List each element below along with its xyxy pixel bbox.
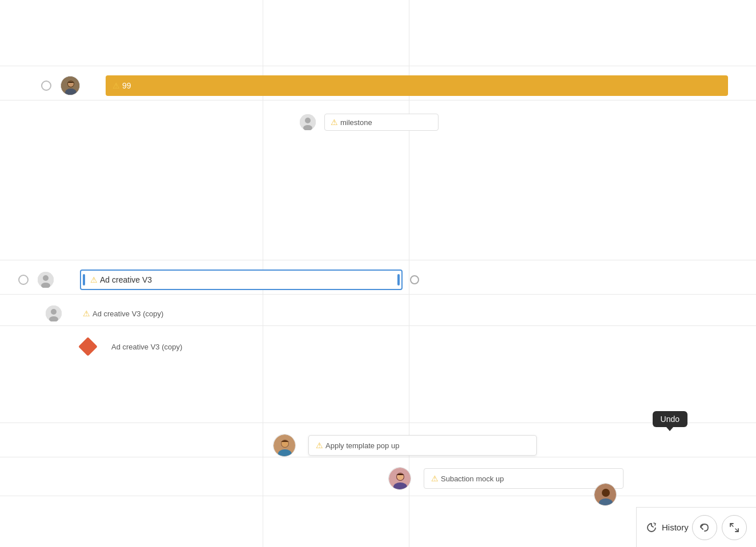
- row3-task-bar[interactable]: Ad creative V3: [80, 270, 403, 290]
- row4-avatar: [46, 305, 62, 321]
- row8-avatar-partial: [594, 483, 617, 506]
- svg-point-5: [305, 118, 311, 123]
- row1-radio[interactable]: [41, 81, 51, 91]
- undo-tooltip: Undo: [653, 411, 687, 427]
- row3-avatar: [38, 272, 54, 288]
- expand-button[interactable]: [722, 515, 747, 540]
- row2-avatar: [300, 114, 316, 130]
- row7-warn-icon: [431, 474, 439, 483]
- row3-task-label: Ad creative V3: [100, 275, 152, 284]
- row5-diamond: [78, 337, 98, 356]
- h-sep-3: [0, 260, 756, 260]
- row1-task-label: 99: [122, 81, 131, 90]
- row3-warn-icon: [90, 275, 98, 284]
- row1-task-bar[interactable]: 99: [106, 75, 728, 96]
- row6-warn-icon: [316, 441, 323, 450]
- gantt-container: 99 milestone: [0, 0, 756, 547]
- row2-milestone-bar[interactable]: milestone: [324, 114, 439, 131]
- action-buttons: [692, 515, 747, 540]
- task-row-6: Apply template pop up: [0, 429, 756, 461]
- row8-avatar: [594, 483, 617, 506]
- row2-warn-icon: [331, 118, 338, 127]
- task-row-5: Ad creative V3 (copy): [0, 331, 756, 363]
- undo-button[interactable]: [692, 515, 717, 540]
- h-sep-6: [0, 423, 756, 423]
- task-row-4: Ad creative V3 (copy): [0, 297, 756, 329]
- history-button[interactable]: History: [646, 522, 689, 533]
- row7-task-label: Subaction mock up: [441, 474, 504, 483]
- row3-drag-right[interactable]: [397, 274, 400, 285]
- row3-drag-left[interactable]: [83, 274, 85, 285]
- task-row-1: 99: [0, 70, 756, 102]
- undo-tooltip-label: Undo: [661, 415, 679, 424]
- bottom-panel: History: [636, 507, 756, 547]
- h-sep-1: [0, 66, 756, 66]
- row4-task-text[interactable]: Ad creative V3 (copy): [83, 309, 163, 318]
- row4-task-label: Ad creative V3 (copy): [93, 309, 163, 318]
- row3-radio[interactable]: [18, 275, 29, 285]
- svg-point-22: [602, 489, 610, 497]
- row4-warn-icon: [83, 309, 90, 318]
- row7-avatar: [388, 467, 411, 490]
- row5-task-label: Ad creative V3 (copy): [111, 343, 182, 351]
- row1-avatar: [61, 76, 80, 95]
- task-row-2: milestone: [0, 106, 756, 138]
- row6-task-label: Apply template pop up: [325, 441, 399, 450]
- row2-task-label: milestone: [340, 118, 372, 127]
- h-sep-8: [0, 496, 756, 496]
- row1-warn-icon: [112, 81, 120, 90]
- row6-apply-template-bar[interactable]: Apply template pop up: [308, 435, 537, 456]
- task-row-3: Ad creative V3: [0, 264, 756, 296]
- row5-task-text[interactable]: Ad creative V3 (copy): [111, 343, 182, 351]
- svg-point-8: [43, 275, 49, 281]
- history-icon: [646, 522, 657, 533]
- row3-endpoint: [410, 275, 419, 284]
- task-row-7: Subaction mock up: [0, 462, 756, 494]
- row5-diamond-wrapper: [81, 340, 95, 353]
- history-label: History: [662, 522, 689, 532]
- svg-point-11: [51, 309, 57, 315]
- row6-avatar: [273, 434, 296, 457]
